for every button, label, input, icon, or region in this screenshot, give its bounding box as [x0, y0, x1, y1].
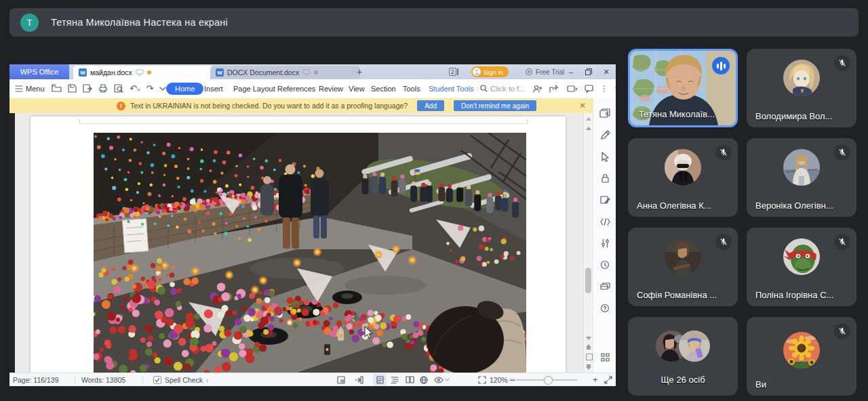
next-page-icon[interactable] — [584, 363, 593, 371]
dont-remind-button[interactable]: Don't remind me again — [454, 100, 536, 111]
tab-review[interactable]: Review — [319, 79, 343, 98]
view-outline-icon[interactable] — [391, 373, 399, 386]
code-icon[interactable] — [598, 215, 612, 228]
zoom-out-button[interactable]: – — [510, 373, 515, 386]
ribbon-collapse-icon[interactable] — [615, 87, 616, 91]
zoom-slider-knob[interactable] — [544, 376, 553, 385]
document-workspace — [9, 113, 583, 373]
print-preview-icon[interactable] — [114, 84, 123, 93]
spellcheck-toggle[interactable]: Spell Check › — [153, 373, 209, 386]
participant-avatar — [783, 149, 820, 186]
wps-statusbar: Page: 116/139 Words: 13805 Spell Check ›… — [9, 373, 616, 386]
minimize-button[interactable]: – — [564, 64, 578, 79]
tab-home[interactable]: Home — [166, 79, 203, 98]
document-tab-maidan[interactable]: W майдан.docx — [73, 66, 216, 79]
search-box[interactable]: Click to f... — [480, 79, 525, 98]
writer-doc-icon: W — [79, 68, 87, 77]
wps-brand-button[interactable]: WPS Office — [9, 64, 69, 79]
warning-close-icon[interactable]: ✕ — [579, 101, 586, 110]
close-pane-icon[interactable] — [598, 106, 612, 120]
participant-name: Вероніка Олегівн... — [755, 200, 833, 211]
task-window-icon[interactable] — [337, 373, 345, 386]
tab-insert[interactable]: Insert — [204, 79, 223, 98]
spellcheck-expand-icon[interactable]: › — [206, 376, 209, 384]
scroll-up-icon[interactable] — [584, 125, 593, 131]
settings-sliders-icon[interactable] — [598, 236, 612, 250]
new-tab-button[interactable]: + — [357, 64, 362, 79]
participant-tile-polina[interactable]: Поліна Ігорівна С... — [747, 228, 856, 306]
split-view-icon[interactable] — [584, 116, 593, 122]
help-icon[interactable] — [598, 301, 612, 315]
scroll-down-icon[interactable] — [584, 335, 593, 341]
side-dock-icon[interactable] — [355, 373, 363, 386]
select-browse-object-icon[interactable] — [586, 354, 593, 360]
tab-dot-icon — [314, 70, 318, 75]
tab-section[interactable]: Section — [371, 79, 396, 98]
edit-pen-icon[interactable] — [598, 128, 612, 142]
fullscreen-icon[interactable] — [604, 373, 612, 386]
panels-icon[interactable] — [598, 280, 612, 293]
switch-mode-icon[interactable] — [567, 85, 578, 93]
participant-avatar — [783, 332, 820, 368]
participant-tile-tetiana[interactable]: Тетяна Миколаїв... — [628, 49, 738, 127]
checkbox-checked-icon — [153, 376, 161, 384]
window-switcher-button[interactable]: 2 — [449, 64, 458, 79]
comment-icon[interactable] — [585, 85, 593, 93]
tab-page-layout[interactable]: Page Layout — [233, 79, 275, 98]
select-cursor-icon[interactable] — [598, 150, 612, 163]
monitor-icon — [136, 69, 144, 76]
quick-toolbar: ↶˅ ↷ — [52, 79, 166, 98]
participant-tile-volodymyra[interactable]: Володимира Вол... — [747, 49, 856, 127]
toolbar-collapse-icon[interactable] — [159, 87, 166, 91]
monitor-icon — [302, 69, 311, 76]
save-icon[interactable] — [68, 84, 77, 93]
share-icon[interactable] — [549, 85, 560, 93]
tab-references[interactable]: References — [277, 79, 315, 98]
document-tab-docx[interactable]: W DOCX Document.docx — [210, 66, 360, 79]
export-icon[interactable] — [83, 84, 92, 93]
participant-tile-you[interactable]: Ви — [747, 317, 856, 396]
history-icon[interactable] — [598, 258, 612, 272]
participant-tile-anna[interactable]: Анна Олегівна К... — [628, 138, 738, 217]
previous-page-icon[interactable] — [584, 343, 593, 351]
participant-name: Тетяна Миколаїв... — [639, 109, 715, 119]
free-trial-button[interactable]: Free Trial — [525, 64, 564, 79]
tab-view[interactable]: View — [349, 79, 365, 98]
unsaved-dot-icon — [147, 70, 151, 75]
add-user-icon[interactable] — [533, 85, 542, 93]
participant-tile-veronika[interactable]: Вероніка Олегівн... — [747, 138, 856, 217]
lock-icon[interactable] — [598, 171, 612, 185]
participant-avatar — [665, 149, 701, 186]
open-folder-icon[interactable] — [52, 84, 62, 93]
view-two-page-icon[interactable] — [406, 373, 414, 386]
undo-icon[interactable]: ↶˅ — [130, 83, 140, 93]
print-icon[interactable] — [98, 84, 108, 93]
more-options-icon[interactable]: ⋮ — [600, 84, 608, 93]
sign-in-button[interactable]: Sign in — [471, 66, 509, 77]
menu-button[interactable]: Menu — [15, 79, 45, 98]
mic-off-icon — [834, 55, 850, 71]
restore-button[interactable] — [582, 64, 595, 79]
tab-student-tools[interactable]: Student Tools — [429, 79, 473, 98]
scrollbar-thumb[interactable] — [585, 268, 591, 293]
view-web-icon[interactable] — [420, 373, 428, 386]
edit-field-icon[interactable] — [598, 193, 612, 207]
warning-icon: ! — [117, 102, 125, 110]
add-language-button[interactable]: Add — [417, 100, 444, 111]
view-eye-protect-icon[interactable] — [434, 373, 450, 386]
view-write-mode-icon[interactable] — [373, 374, 387, 385]
close-button[interactable]: ✕ — [599, 64, 613, 79]
document-page[interactable] — [31, 117, 566, 373]
participant-tile-others[interactable]: Ще 26 осіб — [628, 317, 738, 396]
apps-grid-icon[interactable] — [598, 350, 612, 364]
zoom-in-button[interactable]: + — [593, 373, 598, 386]
mic-off-icon — [834, 234, 850, 250]
presenter-avatar: T — [20, 14, 39, 32]
search-icon — [480, 85, 488, 92]
participant-tile-sofiia[interactable]: Софія Романівна ... — [628, 228, 738, 306]
redo-icon[interactable]: ↷ — [146, 83, 154, 93]
tab-tools[interactable]: Tools — [403, 79, 420, 98]
document-scrollbar[interactable] — [583, 113, 593, 373]
fit-page-icon[interactable] — [478, 373, 486, 386]
participant-name: Поліна Ігорівна С... — [755, 290, 833, 300]
